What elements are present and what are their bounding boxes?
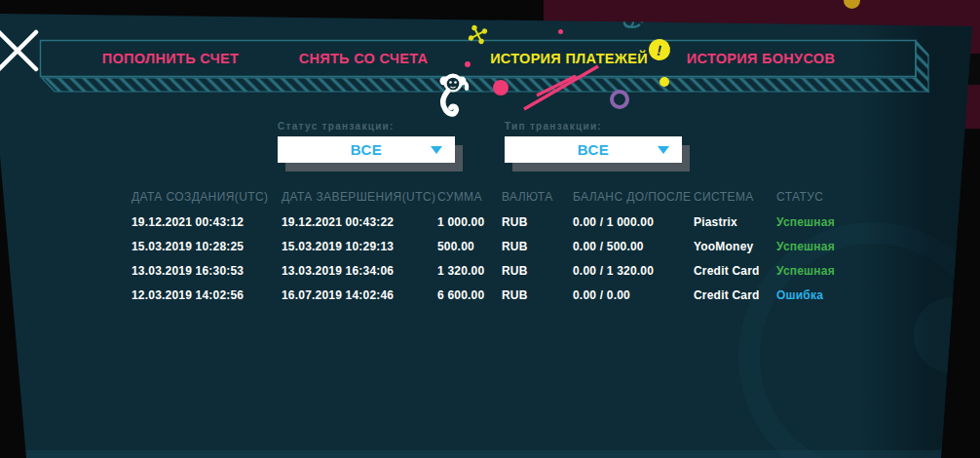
- badge-text: !: [656, 41, 663, 58]
- chevron-down-icon: [431, 146, 442, 154]
- type-select-value: ВСЕ: [578, 141, 610, 158]
- nav-tabs: ПОПОЛНИТЬ СЧЕТСНЯТЬ СО СЧЕТАИСТОРИЯ ПЛАТ…: [41, 41, 917, 76]
- cell-balance: 0.00 / 500.00: [573, 240, 694, 253]
- cell-currency: RUB: [502, 264, 573, 278]
- tab-deposit[interactable]: ПОПОЛНИТЬ СЧЕТ: [102, 41, 239, 76]
- cell-amount: 1 000.00: [437, 215, 502, 229]
- pink-dot-tiny: [558, 29, 563, 34]
- cell-system: Credit Card: [694, 288, 776, 302]
- table-body: 19.12.2021 00:43:1219.12.2021 00:43:221 …: [132, 210, 857, 307]
- column-header: СУММА: [437, 190, 502, 204]
- cell-currency: RUB: [502, 215, 573, 229]
- table-row: 15.03.2019 10:28:2515.03.2019 10:29:1350…: [132, 234, 857, 258]
- column-header: ДАТА СОЗДАНИЯ(UTC): [132, 190, 282, 204]
- table-row: 13.03.2019 16:30:5313.03.2019 16:34:061 …: [132, 258, 857, 283]
- cell-finished: 16.07.2019 14:02:46: [282, 288, 437, 302]
- tab-bonus-history[interactable]: ИСТОРИЯ БОНУСОВ: [687, 41, 835, 76]
- chevron-down-icon: [658, 146, 669, 154]
- modal-panel: ПОПОЛНИТЬ СЧЕТСНЯТЬ СО СЧЕТАИСТОРИЯ ПЛАТ…: [0, 0, 980, 458]
- cell-system: Piastrix: [694, 215, 776, 229]
- cell-currency: RUB: [502, 240, 573, 253]
- cell-amount: 500.00: [437, 240, 502, 253]
- purple-ring-icon: [610, 90, 629, 109]
- cell-created: 12.03.2019 14:02:56: [132, 288, 282, 302]
- monkey-doodle-icon: [436, 70, 473, 121]
- cell-system: YooMoney: [694, 240, 776, 253]
- cell-status: Успешная: [776, 240, 857, 253]
- cell-balance: 0.00 / 0.00: [573, 288, 694, 302]
- cell-amount: 6 600.00: [437, 288, 502, 302]
- cell-created: 15.03.2019 10:28:25: [132, 240, 282, 253]
- cell-finished: 15.03.2019 10:29:13: [282, 240, 437, 253]
- cell-amount: 1 320.00: [437, 264, 502, 278]
- transactions-table: ДАТА СОЗДАНИЯ(UTC)ДАТА ЗАВЕРШЕНИЯ(UTC)СУ…: [132, 184, 857, 307]
- filter-status: Статус транзакции: ВСЕ: [278, 121, 455, 163]
- cell-status: Успешная: [776, 264, 857, 278]
- cell-status: Успешная: [776, 215, 857, 229]
- table-row: 19.12.2021 00:43:1219.12.2021 00:43:221 …: [132, 210, 857, 234]
- type-select[interactable]: ВСЕ: [505, 136, 682, 163]
- table-row: 12.03.2019 14:02:5616.07.2019 14:02:466 …: [132, 283, 857, 307]
- table-header-row: ДАТА СОЗДАНИЯ(UTC)ДАТА ЗАВЕРШЕНИЯ(UTC)СУ…: [132, 184, 857, 210]
- status-select[interactable]: ВСЕ: [278, 136, 455, 163]
- filter-status-label: Статус транзакции:: [278, 121, 455, 132]
- pink-lines: [514, 62, 604, 113]
- cell-balance: 0.00 / 1 000.00: [573, 215, 694, 229]
- cell-created: 19.12.2021 00:43:12: [132, 215, 282, 229]
- cell-status: Ошибка: [776, 288, 857, 302]
- tab-withdraw[interactable]: СНЯТЬ СО СЧЕТА: [299, 41, 429, 76]
- column-header: ВАЛЮТА: [502, 190, 573, 204]
- filter-type: Тип транзакции: ВСЕ: [505, 121, 682, 163]
- column-header: БАЛАНС ДО/ПОСЛЕ: [573, 190, 694, 204]
- column-header: СТАТУС: [776, 190, 857, 204]
- filter-type-label: Тип транзакции:: [505, 121, 682, 132]
- status-select-value: ВСЕ: [351, 141, 383, 158]
- cell-created: 13.03.2019 16:30:53: [132, 264, 282, 278]
- payment-history-screen: ПОПОЛНИТЬ СЧЕТСНЯТЬ СО СЧЕТАИСТОРИЯ ПЛАТ…: [0, 0, 980, 458]
- pink-dot-big: [493, 80, 509, 95]
- column-header: СИСТЕМА: [694, 190, 776, 204]
- pink-dot-small: [465, 61, 471, 67]
- cell-balance: 0.00 / 1 320.00: [573, 264, 694, 278]
- cell-system: Credit Card: [694, 264, 776, 278]
- cell-finished: 13.03.2019 16:34:06: [282, 264, 437, 278]
- close-icon[interactable]: [0, 27, 41, 74]
- cell-finished: 19.12.2021 00:43:22: [282, 215, 437, 229]
- cell-currency: RUB: [502, 288, 573, 302]
- background-bottom-strip: [21, 450, 941, 458]
- yellow-dot: [660, 77, 669, 87]
- column-header: ДАТА ЗАВЕРШЕНИЯ(UTC): [282, 190, 437, 204]
